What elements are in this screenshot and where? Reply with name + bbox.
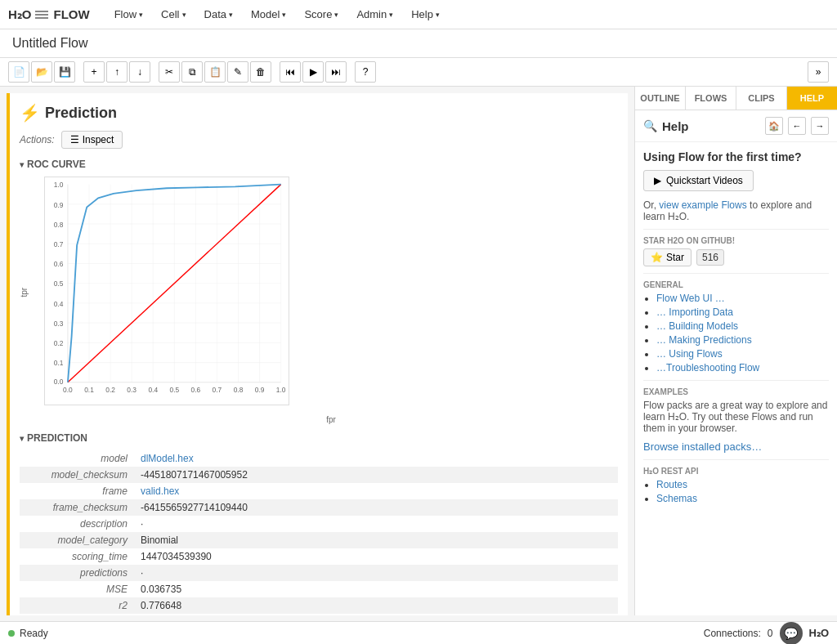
- pred-key: scoring_time: [20, 548, 134, 565]
- api-links-list: Routes Schemas: [643, 479, 829, 504]
- routes-link[interactable]: Routes: [656, 479, 687, 490]
- quickstart-label: Quickstart Videos: [666, 175, 743, 186]
- panel-forward-button[interactable]: →: [811, 117, 829, 135]
- schemas-link[interactable]: Schemas: [656, 493, 697, 504]
- nav-flow[interactable]: Flow ▾: [106, 3, 151, 25]
- tab-help[interactable]: HELP: [787, 87, 837, 110]
- making-predictions-link[interactable]: … Making Predictions: [656, 334, 752, 346]
- prev-button[interactable]: ⏮: [280, 61, 301, 83]
- panel-back-button[interactable]: ←: [788, 117, 806, 135]
- pred-value: ·: [134, 565, 618, 581]
- roc-x-label: fpr: [326, 415, 336, 424]
- cut-button[interactable]: ✂: [159, 61, 180, 83]
- table-row: logloss 0.181929: [20, 614, 618, 615]
- pred-key: model_category: [20, 532, 134, 548]
- tab-clips[interactable]: CLIPS: [736, 87, 787, 110]
- svg-text:0.6: 0.6: [191, 386, 201, 394]
- nav-help[interactable]: Help ▾: [403, 3, 448, 25]
- logo-flow: FLOW: [54, 7, 90, 21]
- pred-value: -6415565927714109440: [134, 499, 618, 516]
- nav-data[interactable]: Data ▾: [196, 3, 241, 25]
- table-row: model_checksum -4451807171467005952: [20, 467, 618, 483]
- pred-value: 1447034539390: [134, 548, 618, 565]
- add-cell-button[interactable]: +: [83, 61, 105, 83]
- flow-web-ui-link[interactable]: Flow Web UI …: [656, 293, 725, 304]
- panel-header: 🔍 Help 🏠 ← →: [635, 110, 837, 142]
- list-item: Schemas: [656, 493, 829, 504]
- expand-button[interactable]: »: [808, 61, 829, 83]
- title-bar: Untitled Flow: [0, 29, 837, 58]
- inspect-button[interactable]: ☰ Inspect: [61, 131, 123, 149]
- pred-key: logloss: [20, 614, 134, 615]
- table-row: MSE 0.036735: [20, 581, 618, 597]
- pred-value-link[interactable]: valid.hex: [134, 483, 618, 499]
- bolt-icon: ⚡: [20, 103, 40, 123]
- roc-svg: 1.0 0.9 0.8 0.7 0.6 0.5 0.4 0.3 0.2 0.1 …: [44, 177, 289, 405]
- view-example-flows-link[interactable]: view example Flows: [659, 199, 746, 211]
- help-title: Help: [662, 119, 760, 133]
- pred-section-label: PREDICTION: [27, 432, 87, 444]
- right-panel: OUTLINE FLOWS CLIPS HELP 🔍 Help 🏠 ← → Us…: [634, 87, 837, 615]
- save-button[interactable]: 💾: [54, 61, 75, 83]
- table-row: frame valid.hex: [20, 483, 618, 499]
- pred-key: frame_checksum: [20, 499, 134, 516]
- building-models-link[interactable]: … Building Models: [656, 320, 738, 332]
- new-button[interactable]: 📄: [8, 61, 29, 83]
- using-flows-link[interactable]: … Using Flows: [656, 348, 723, 360]
- roc-section-label: ROC CURVE: [27, 159, 86, 170]
- move-up-button[interactable]: ↑: [106, 61, 128, 83]
- browse-packs-link[interactable]: Browse installed packs…: [643, 441, 762, 453]
- run-button[interactable]: ▶: [302, 61, 324, 83]
- table-row: description ·: [20, 516, 618, 532]
- pred-value-link[interactable]: dlModel.hex: [134, 450, 618, 467]
- svg-text:1.0: 1.0: [276, 386, 286, 394]
- cell-title: ⚡ Prediction: [20, 103, 618, 123]
- edit-button[interactable]: ✎: [227, 61, 248, 83]
- pred-section: ▾ PREDICTION model dlModel.hex model_che…: [20, 432, 618, 615]
- pred-value: Binomial: [134, 532, 618, 548]
- svg-text:0.2: 0.2: [54, 339, 64, 347]
- svg-text:0.2: 0.2: [105, 386, 115, 394]
- pred-key: model: [20, 450, 134, 467]
- table-row: model_category Binomial: [20, 532, 618, 548]
- svg-text:0.5: 0.5: [54, 280, 64, 288]
- github-icon: ⭐: [651, 252, 663, 263]
- roc-y-label: tpr: [20, 287, 29, 297]
- copy-button[interactable]: ⧉: [181, 61, 203, 83]
- svg-text:0.1: 0.1: [54, 359, 64, 367]
- examples-label: EXAMPLES: [643, 387, 829, 396]
- list-item: Flow Web UI …: [656, 293, 829, 304]
- tab-outline[interactable]: OUTLINE: [635, 87, 686, 110]
- content-area: ⚡ Prediction Actions: ☰ Inspect ▾ ROC CU…: [0, 87, 634, 615]
- paste-button[interactable]: 📋: [204, 61, 226, 83]
- nav-admin[interactable]: Admin ▾: [348, 3, 401, 25]
- panel-tabs: OUTLINE FLOWS CLIPS HELP: [635, 87, 837, 110]
- roc-toggle[interactable]: ▾: [20, 160, 24, 169]
- nav-score[interactable]: Score ▾: [296, 3, 347, 25]
- troubleshooting-flow-link[interactable]: …Troubleshooting Flow: [656, 362, 759, 373]
- help-button[interactable]: ?: [355, 61, 376, 83]
- star-button[interactable]: ⭐ Star: [643, 248, 692, 266]
- nav-model[interactable]: Model ▾: [243, 3, 294, 25]
- divider-3: [643, 380, 829, 381]
- pred-toggle[interactable]: ▾: [20, 434, 24, 443]
- delete-button[interactable]: 🗑: [250, 61, 271, 83]
- run-all-button[interactable]: ⏭: [325, 61, 347, 83]
- quickstart-button[interactable]: ▶ Quickstart Videos: [643, 170, 754, 191]
- move-down-button[interactable]: ↓: [129, 61, 150, 83]
- pred-table: model dlModel.hex model_checksum -445180…: [20, 450, 618, 615]
- open-button[interactable]: 📂: [31, 61, 52, 83]
- main-nav: Flow ▾ Cell ▾ Data ▾ Model ▾ Score ▾ Adm…: [106, 3, 448, 25]
- first-time-title: Using Flow for the first time?: [643, 150, 829, 163]
- star-label: Star: [666, 252, 684, 263]
- table-row: frame_checksum -6415565927714109440: [20, 499, 618, 516]
- svg-text:0.8: 0.8: [234, 386, 244, 394]
- tab-flows[interactable]: FLOWS: [686, 87, 736, 110]
- list-item: … Using Flows: [656, 348, 829, 360]
- svg-text:0.9: 0.9: [255, 386, 265, 394]
- nav-cell[interactable]: Cell ▾: [153, 3, 194, 25]
- panel-home-button[interactable]: 🏠: [765, 117, 783, 135]
- star-count: 516: [696, 249, 724, 266]
- importing-data-link[interactable]: … Importing Data: [656, 306, 733, 318]
- svg-text:0.8: 0.8: [54, 221, 64, 229]
